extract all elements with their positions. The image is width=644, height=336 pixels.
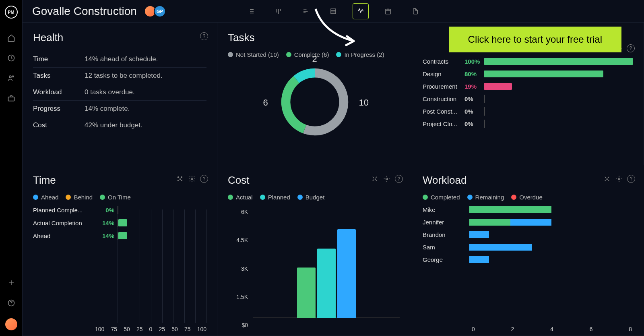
donut-label: 6 bbox=[263, 97, 268, 108]
axis-label: 100 bbox=[95, 326, 104, 332]
help-icon[interactable]: ? bbox=[627, 175, 635, 183]
legend-dot bbox=[467, 195, 473, 200]
help-icon[interactable]: ? bbox=[200, 32, 208, 40]
legend-item: Completed bbox=[423, 194, 460, 201]
legend-label: In Progress (2) bbox=[344, 51, 384, 58]
axis-label: $0 bbox=[242, 322, 248, 328]
time-row: Actual Completion 14% bbox=[33, 219, 206, 226]
cost-panel: Cost ? ActualPlannedBudget 6K4.5K3K1.5K$… bbox=[217, 165, 412, 336]
health-value: 14% ahead of schedule. bbox=[85, 55, 158, 63]
workload-name: Sam bbox=[423, 244, 469, 251]
member-avatar[interactable]: GP bbox=[154, 5, 166, 17]
legend-label: Actual bbox=[236, 194, 253, 201]
legend-dot bbox=[100, 195, 105, 200]
health-row: Workload0 tasks overdue. bbox=[33, 84, 206, 101]
workload-name: George bbox=[423, 256, 469, 263]
progress-row: Project Clo... 0% bbox=[423, 120, 633, 127]
legend-dot bbox=[66, 195, 71, 200]
progress-pct: 0% bbox=[464, 120, 484, 127]
time-label: Planned Comple... bbox=[33, 207, 96, 214]
health-row: Cost42% under budget. bbox=[33, 117, 206, 133]
time-pct: 14% bbox=[96, 232, 114, 239]
axis-label: 1.5K bbox=[236, 294, 248, 300]
workload-name: Mike bbox=[423, 206, 469, 213]
progress-pct: 19% bbox=[464, 83, 484, 90]
legend-dot bbox=[423, 195, 428, 200]
axis-label: 50 bbox=[171, 326, 178, 332]
topbar: Govalle Construction GP bbox=[23, 0, 644, 23]
gear-icon[interactable] bbox=[615, 175, 623, 183]
legend-label: Not Started (10) bbox=[236, 51, 279, 58]
free-trial-banner[interactable]: Click here to start your free trial bbox=[449, 27, 621, 52]
briefcase-icon[interactable] bbox=[6, 93, 16, 103]
board-view-icon[interactable] bbox=[270, 3, 287, 19]
file-view-icon[interactable] bbox=[407, 3, 423, 19]
health-value: 12 tasks to be completed. bbox=[85, 72, 163, 80]
dashboard-view-icon[interactable] bbox=[353, 3, 369, 19]
list-view-icon[interactable] bbox=[243, 3, 259, 19]
view-switcher bbox=[243, 3, 423, 19]
legend-item: In Progress (2) bbox=[336, 51, 384, 58]
axis-label: 4.5K bbox=[236, 237, 248, 243]
plus-icon[interactable] bbox=[6, 278, 16, 288]
health-value: 0 tasks overdue. bbox=[85, 88, 135, 96]
time-bar bbox=[118, 232, 206, 239]
help-icon[interactable] bbox=[6, 298, 16, 308]
home-icon[interactable] bbox=[6, 33, 16, 43]
user-avatar[interactable] bbox=[5, 318, 17, 330]
legend-item: On Time bbox=[100, 194, 131, 201]
legend-label: Remaining bbox=[475, 194, 504, 201]
axis-label: 3K bbox=[241, 265, 248, 272]
donut-label: 2 bbox=[312, 54, 317, 64]
axis-label: 75 bbox=[184, 326, 191, 332]
expand-icon[interactable] bbox=[176, 175, 184, 183]
health-row: Tasks12 tasks to be completed. bbox=[33, 68, 206, 84]
time-panel: Time ? AheadBehindOn Time Planned Comple… bbox=[23, 165, 217, 336]
gear-icon[interactable] bbox=[383, 175, 391, 183]
clock-icon[interactable] bbox=[6, 53, 16, 63]
donut-label: 10 bbox=[359, 97, 369, 108]
help-icon[interactable]: ? bbox=[395, 175, 403, 183]
app-logo[interactable]: PM bbox=[5, 6, 18, 19]
legend-label: On Time bbox=[108, 194, 131, 201]
time-label: Actual Completion bbox=[33, 220, 96, 226]
health-label: Workload bbox=[33, 88, 85, 96]
axis-label: 0 bbox=[472, 326, 475, 332]
nav-rail: PM bbox=[0, 0, 23, 336]
legend-dot bbox=[260, 195, 265, 200]
progress-row: Design 80% bbox=[423, 71, 633, 77]
axis-label: 25 bbox=[136, 326, 143, 332]
health-row: Time14% ahead of schedule. bbox=[33, 51, 206, 68]
health-value: 42% under budget. bbox=[85, 121, 142, 129]
progress-row: Contracts 100% bbox=[423, 58, 633, 65]
gantt-view-icon[interactable] bbox=[298, 3, 314, 19]
progress-bar bbox=[484, 71, 633, 77]
workload-segment bbox=[510, 219, 551, 226]
legend-label: Budget bbox=[305, 194, 325, 201]
avatar-stack[interactable]: GP bbox=[144, 5, 166, 17]
workload-name: Jennifer bbox=[423, 219, 469, 226]
axis-label: 6K bbox=[241, 209, 248, 215]
axis-label: 2 bbox=[511, 326, 514, 332]
expand-icon[interactable] bbox=[371, 175, 379, 183]
time-bar bbox=[118, 219, 206, 226]
panel-title: Workload bbox=[423, 174, 634, 187]
team-icon[interactable] bbox=[6, 73, 16, 83]
gear-icon[interactable] bbox=[188, 175, 196, 183]
legend-label: Overdue bbox=[519, 194, 543, 201]
help-icon[interactable]: ? bbox=[200, 175, 208, 183]
svg-point-13 bbox=[618, 178, 620, 180]
progress-bar bbox=[484, 108, 633, 115]
help-icon[interactable]: ? bbox=[627, 44, 635, 52]
expand-icon[interactable] bbox=[603, 175, 611, 183]
svg-point-11 bbox=[191, 178, 193, 180]
axis-label: 100 bbox=[197, 326, 206, 332]
panel-title: Tasks bbox=[228, 31, 401, 44]
health-label: Time bbox=[33, 55, 85, 63]
axis-label: 4 bbox=[550, 326, 553, 332]
calendar-view-icon[interactable] bbox=[380, 3, 396, 19]
health-value: 14% complete. bbox=[85, 105, 130, 113]
legend-item: Ahead bbox=[33, 194, 58, 201]
legend-dot bbox=[511, 195, 516, 200]
sheet-view-icon[interactable] bbox=[325, 3, 341, 19]
